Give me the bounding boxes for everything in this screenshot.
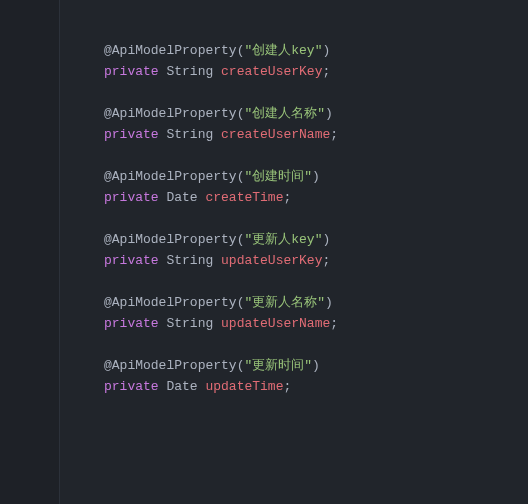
keyword: private: [104, 253, 159, 268]
type-name: Date: [166, 190, 197, 205]
code-line[interactable]: @ApiModelProperty("更新人key"): [68, 230, 528, 251]
annotation-name: ApiModelProperty: [112, 295, 237, 310]
code-line[interactable]: private Date createTime;: [68, 188, 528, 209]
annotation-name: ApiModelProperty: [112, 106, 237, 121]
type-name: Date: [166, 379, 197, 394]
annotation-name: ApiModelProperty: [112, 232, 237, 247]
code-line[interactable]: private Date updateTime;: [68, 377, 528, 398]
code-line[interactable]: @ApiModelProperty("更新时间"): [68, 356, 528, 377]
code-line[interactable]: @ApiModelProperty("创建人key"): [68, 41, 528, 62]
field-name: createUserKey: [221, 64, 322, 79]
code-line[interactable]: private String createUserName;: [68, 125, 528, 146]
string-literal: "更新时间": [244, 358, 312, 373]
code-editor[interactable]: @ApiModelProperty("创建人key") private Stri…: [60, 0, 528, 504]
string-literal: "创建时间": [244, 169, 312, 184]
code-line[interactable]: private String createUserKey;: [68, 62, 528, 83]
type-name: String: [166, 316, 213, 331]
field-name: createUserName: [221, 127, 330, 142]
annotation-name: ApiModelProperty: [112, 169, 237, 184]
keyword: private: [104, 127, 159, 142]
string-literal: "更新人名称": [244, 295, 325, 310]
code-line[interactable]: private String updateUserKey;: [68, 251, 528, 272]
field-name: updateUserName: [221, 316, 330, 331]
line-gutter: [0, 0, 60, 504]
field-name: updateTime: [205, 379, 283, 394]
annotation-name: ApiModelProperty: [112, 358, 237, 373]
code-line[interactable]: @ApiModelProperty("创建人名称"): [68, 104, 528, 125]
string-literal: "创建人key": [244, 43, 322, 58]
string-literal: "更新人key": [244, 232, 322, 247]
keyword: private: [104, 379, 159, 394]
field-name: createTime: [205, 190, 283, 205]
code-line[interactable]: @ApiModelProperty("更新人名称"): [68, 293, 528, 314]
field-name: updateUserKey: [221, 253, 322, 268]
keyword: private: [104, 190, 159, 205]
type-name: String: [166, 253, 213, 268]
annotation-name: ApiModelProperty: [112, 43, 237, 58]
code-line[interactable]: private String updateUserName;: [68, 314, 528, 335]
keyword: private: [104, 64, 159, 79]
code-line[interactable]: @ApiModelProperty("创建时间"): [68, 167, 528, 188]
keyword: private: [104, 316, 159, 331]
string-literal: "创建人名称": [244, 106, 325, 121]
type-name: String: [166, 127, 213, 142]
type-name: String: [166, 64, 213, 79]
